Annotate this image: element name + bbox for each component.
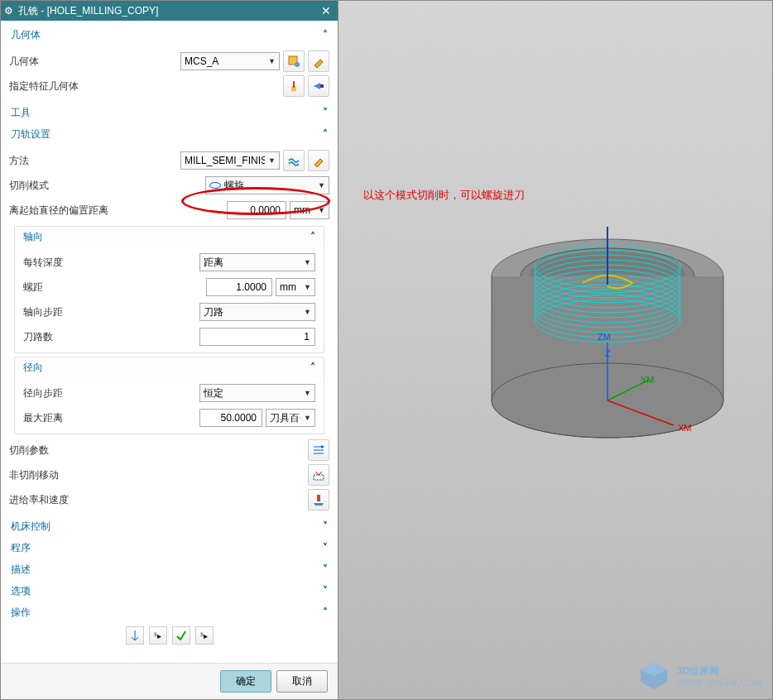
method-label: 方法	[9, 154, 177, 168]
method-wrench-icon[interactable]	[308, 150, 329, 171]
pitch-unit-dropdown[interactable]: mm ▼	[276, 278, 315, 296]
flashlight-icon[interactable]	[308, 75, 329, 97]
titlebar: ⚙ 孔铣 - [HOLE_MILLING_COPY] ✕	[1, 1, 338, 21]
radial-subsection: 径向 ˄ 径向步距 恒定 ▼ 最大距离 刀	[14, 357, 324, 434]
chevron-up-icon: ˄	[310, 362, 315, 373]
geometry-label: 几何体	[9, 55, 177, 69]
list-icon[interactable]: ⁵▸	[195, 626, 214, 645]
axis-xm: XM	[678, 423, 692, 433]
axis-zm: ZM	[598, 332, 611, 342]
section-actions-header[interactable]: 操作 ˄	[1, 602, 338, 623]
section-actions-title: 操作	[11, 606, 323, 620]
svg-point-1	[295, 62, 300, 67]
feedspeed-label: 进给率和速度	[9, 493, 305, 507]
ok-button[interactable]: 确定	[220, 670, 271, 693]
feature-geometry-label: 指定特征几何体	[9, 79, 280, 93]
svg-rect-3	[293, 81, 295, 88]
geometry-dropdown[interactable]: MCS_A ▼	[180, 52, 280, 70]
action-icons-row: ⁵▸ ⁵▸	[1, 623, 338, 648]
pitch-label: 螺距	[23, 280, 203, 295]
annotation-text: 以这个模式切削时，可以螺旋进刀	[363, 188, 525, 203]
per-rev-dropdown[interactable]: 距离 ▼	[199, 253, 315, 271]
chevron-down-icon: ˅	[323, 542, 328, 554]
pitch-input[interactable]	[206, 278, 272, 296]
chevron-up-icon: ˄	[323, 128, 328, 140]
section-description-header[interactable]: 描述 ˅	[1, 559, 338, 580]
max-dist-input[interactable]	[199, 409, 262, 427]
method-edit-icon[interactable]	[283, 150, 305, 171]
section-path-title: 刀轨设置	[11, 127, 323, 141]
chevron-down-icon: ▼	[318, 181, 325, 189]
chevron-down-icon: ▼	[304, 258, 311, 266]
section-tool-header[interactable]: 工具 ˅	[1, 102, 338, 123]
offset-unit-dropdown[interactable]: mm ▼	[290, 201, 329, 219]
chevron-down-icon: ˅	[323, 585, 328, 597]
offset-label: 离起始直径的偏置距离	[9, 204, 223, 218]
cut-params-label: 切削参数	[9, 443, 305, 458]
edit-geometry-icon[interactable]	[283, 50, 305, 72]
chevron-down-icon: ▼	[304, 389, 311, 397]
axial-title: 轴向	[23, 230, 310, 244]
axial-step-label: 轴向步距	[23, 305, 196, 319]
passes-input[interactable]	[199, 328, 315, 346]
chevron-down-icon: ▼	[304, 283, 311, 291]
radial-header[interactable]: 径向 ˄	[15, 357, 324, 377]
replay-icon[interactable]: ⁵▸	[149, 626, 167, 645]
svg-rect-6	[317, 495, 320, 501]
chevron-down-icon: ▼	[318, 206, 325, 214]
chevron-down-icon: ▼	[268, 156, 276, 165]
close-icon[interactable]: ✕	[318, 4, 334, 17]
dialog-panel: ⚙ 孔铣 - [HOLE_MILLING_COPY] ✕ 几何体 ˄ 几何体 M…	[0, 0, 338, 700]
wrench-icon[interactable]	[308, 50, 329, 72]
max-dist-label: 最大距离	[23, 411, 196, 425]
svg-rect-4	[320, 84, 324, 88]
axial-subsection: 轴向 ˄ 每转深度 距离 ▼ 螺距 mm	[14, 226, 324, 353]
cancel-button[interactable]: 取消	[276, 670, 328, 693]
max-dist-unit-dropdown[interactable]: 刀具百分 ▼	[266, 409, 315, 427]
cutmode-dropdown[interactable]: 螺旋 ▼	[205, 176, 329, 194]
radial-title: 径向	[23, 361, 310, 375]
chevron-down-icon: ˅	[323, 563, 328, 575]
per-rev-label: 每转深度	[23, 256, 196, 270]
chevron-down-icon: ▼	[304, 414, 311, 422]
3d-viewport[interactable]: 以这个模式切削时，可以螺旋进刀 ZM Z YM XM 3D世界网 WWW.3DS…	[338, 0, 773, 700]
svg-rect-5	[314, 475, 324, 480]
section-path-header[interactable]: 刀轨设置 ˄	[1, 123, 338, 145]
section-geometry-header[interactable]: 几何体 ˄	[1, 24, 338, 46]
offset-input[interactable]	[227, 201, 286, 219]
section-machine-title: 机床控制	[11, 520, 323, 534]
axial-step-dropdown[interactable]: 刀路 ▼	[199, 303, 315, 321]
radial-step-label: 径向步距	[23, 386, 196, 400]
section-tool-title: 工具	[11, 106, 323, 120]
window-title: 孔铣 - [HOLE_MILLING_COPY]	[18, 4, 318, 18]
watermark: 3D世界网 WWW.3DSJW.COM	[637, 659, 762, 693]
select-feature-icon[interactable]	[283, 75, 305, 97]
feedspeed-button[interactable]	[308, 489, 329, 511]
generate-icon[interactable]	[126, 626, 144, 645]
noncut-button[interactable]	[308, 464, 329, 486]
axis-z: Z	[605, 348, 611, 358]
section-options-title: 选项	[11, 584, 323, 598]
section-path-body: 方法 MILL_SEMI_FINISH ▼ 切削模式 螺旋 ▼ 离起始直径的偏置…	[1, 145, 338, 515]
radial-step-dropdown[interactable]: 恒定 ▼	[199, 384, 315, 402]
chevron-down-icon: ˅	[323, 520, 328, 532]
chevron-down-icon: ▼	[268, 57, 276, 65]
watermark-text: 3D世界网	[677, 665, 719, 677]
axial-header[interactable]: 轴向 ˄	[15, 227, 324, 247]
chevron-up-icon: ˄	[323, 607, 328, 618]
noncut-label: 非切削移动	[9, 468, 305, 482]
gear-icon: ⚙	[4, 5, 13, 17]
section-geometry-title: 几何体	[11, 28, 323, 42]
section-machine-header[interactable]: 机床控制 ˅	[1, 515, 338, 537]
chevron-up-icon: ˄	[310, 231, 315, 242]
watermark-logo-icon	[637, 659, 670, 693]
cutmode-label: 切削模式	[9, 179, 202, 193]
cut-params-button[interactable]	[308, 439, 329, 461]
chevron-up-icon: ˄	[323, 29, 328, 41]
method-dropdown[interactable]: MILL_SEMI_FINISH ▼	[180, 151, 280, 170]
section-program-header[interactable]: 程序 ˅	[1, 537, 338, 559]
section-program-title: 程序	[11, 541, 323, 555]
verify-icon[interactable]	[172, 626, 190, 645]
section-options-header[interactable]: 选项 ˅	[1, 580, 338, 602]
axis-ym: YM	[641, 375, 655, 385]
